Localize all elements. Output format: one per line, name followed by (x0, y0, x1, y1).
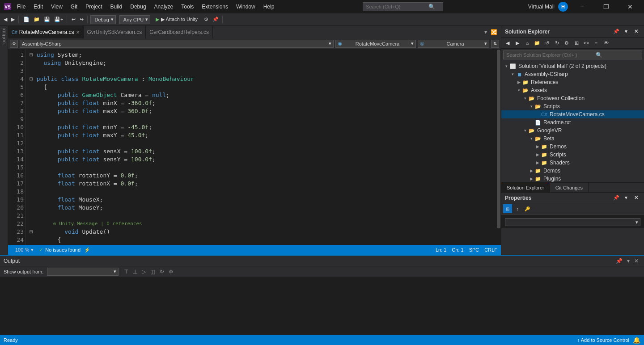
props-sort-btn[interactable]: ↕ (513, 204, 522, 213)
props-dropdown-button[interactable]: ▾ (622, 194, 631, 202)
output-toolbar-btn5[interactable]: ↻ (158, 269, 166, 275)
zoom-dropdown[interactable]: 100 % ▾ (12, 246, 35, 254)
menu-debug[interactable]: Debug (127, 2, 149, 12)
close-button[interactable]: ✕ (620, 0, 640, 13)
output-source-dropdown[interactable]: ▾ (47, 268, 119, 276)
tab-close-icon[interactable]: ✕ (76, 30, 80, 35)
output-pin-btn[interactable]: 📌 (614, 258, 624, 264)
props-pin-button[interactable]: 📌 (612, 194, 621, 202)
se-refresh-btn[interactable]: ↺ (542, 38, 551, 47)
tab-gvr-cardboard[interactable]: GvrCardboardHelpers.cs (146, 26, 213, 38)
output-toolbar-btn6[interactable]: ⚙ (167, 269, 175, 275)
tab-list-button[interactable]: ▾ (483, 29, 489, 35)
se-search-box[interactable]: 🔍 (503, 50, 642, 59)
menu-help[interactable]: Help (260, 2, 278, 12)
code-line-15 (30, 164, 493, 172)
menu-view[interactable]: View (47, 2, 66, 12)
props-grid-btn[interactable]: ⊞ (503, 204, 512, 213)
se-preview-btn[interactable]: 👁 (602, 38, 610, 47)
properties-selector-dropdown[interactable]: ▾ (505, 218, 640, 226)
pin-btn[interactable]: 📌 (211, 16, 220, 23)
redo-button[interactable]: ↪ (78, 16, 85, 23)
se-filter-btn[interactable]: ⚙ (562, 38, 571, 47)
props-key-btn[interactable]: 🔑 (523, 204, 532, 213)
se-search-input[interactable] (506, 52, 596, 58)
output-toolbar-btn2[interactable]: ⊥ (131, 269, 139, 275)
tree-item-beta[interactable]: ▾ 📂 Beta (501, 135, 644, 143)
tree-item-googlevr[interactable]: ▾ 📂 GoogleVR (501, 126, 644, 135)
add-source-control-label[interactable]: ↑ Add to Source Control (577, 337, 629, 343)
class-dropdown[interactable]: ◉ RotateMoveCamera ▾ (335, 40, 416, 48)
tab-pin-button[interactable]: 🔀 (489, 29, 499, 35)
output-toolbar-btn3[interactable]: ▷ (140, 269, 148, 275)
tab-gvr-unity-sdk[interactable]: GvrUnitySdkVersion.cs (84, 26, 146, 38)
member-dropdown[interactable]: ◎ Camera ▾ (418, 40, 489, 48)
undo-button[interactable]: ↩ (70, 16, 77, 23)
title-bar-search-box[interactable]: 🔍 (363, 2, 443, 11)
tree-item-beta-shaders[interactable]: ▶ 📁 Shaders (501, 159, 644, 167)
tree-item-beta-scripts[interactable]: ▶ 📁 Scripts (501, 151, 644, 159)
tree-item-references[interactable]: ▶ 📁 References (501, 78, 644, 86)
output-toolbar-btn1[interactable]: ⊤ (122, 269, 130, 275)
se-back-btn[interactable]: ◀ (503, 38, 512, 47)
debug-mode-dropdown[interactable]: Debug ▾ (90, 15, 115, 24)
tab-solution-explorer[interactable]: Solution Explorer (501, 183, 550, 193)
menu-analyze[interactable]: Analyze (151, 2, 177, 12)
se-sync-btn[interactable]: ↻ (552, 38, 561, 47)
save-all-button[interactable]: 💾+ (52, 16, 65, 23)
code-content[interactable]: ⊟ using System; using UnityEngine; ⊟ pub… (26, 49, 496, 245)
save-button[interactable]: 💾 (42, 16, 52, 23)
tree-item-plugins[interactable]: ▶ 📁 Plugins (501, 175, 644, 182)
menu-file[interactable]: File (13, 2, 29, 12)
open-file-button[interactable]: 📁 (32, 16, 42, 23)
search-input[interactable] (366, 4, 428, 9)
restore-button[interactable]: ❐ (596, 0, 616, 13)
notification-icon[interactable]: 🔔 (633, 337, 640, 344)
menu-extensions[interactable]: Extensions (198, 2, 232, 12)
se-dropdown-button[interactable]: ▾ (622, 27, 631, 36)
platform-dropdown[interactable]: Any CPU ▾ (119, 15, 150, 24)
menu-window[interactable]: Window (233, 2, 259, 12)
tree-item-rotate-move-camera[interactable]: C# RotateMoveCamera.cs (501, 110, 644, 118)
output-dropdown-btn[interactable]: ▾ (625, 258, 631, 264)
tree-item-footwear-collection[interactable]: ▾ 📂 Footwear Collection (501, 94, 644, 102)
se-pin-button[interactable]: 📌 (612, 27, 621, 36)
se-show-files-btn[interactable]: 📁 (533, 38, 542, 47)
tab-git-changes[interactable]: Git Changes (550, 183, 589, 193)
folder-icon: 📂 (534, 135, 542, 142)
tree-item-assets[interactable]: ▾ 📂 Assets (501, 86, 644, 94)
se-view-btn[interactable]: ⊞ (572, 38, 581, 47)
props-close-button[interactable]: ✕ (631, 194, 640, 202)
menu-edit[interactable]: Edit (30, 2, 47, 12)
se-home-btn[interactable]: ⌂ (523, 38, 532, 47)
sync-button[interactable]: ⇅ (491, 40, 499, 48)
se-code-btn[interactable]: <> (582, 38, 591, 47)
menu-tools[interactable]: Tools (178, 2, 197, 12)
se-forward-btn[interactable]: ▶ (513, 38, 522, 47)
new-file-button[interactable]: 📄 (21, 16, 31, 23)
back-button[interactable]: ◀ (2, 16, 9, 23)
tree-item-readme[interactable]: 📄 Readme.txt (501, 118, 644, 126)
tree-item-assembly-csharp[interactable]: ▾ ◼ Assembly-CSharp (501, 70, 644, 78)
se-props-btn[interactable]: ≡ (592, 38, 601, 47)
menu-build[interactable]: Build (107, 2, 126, 12)
assembly-value: Assembly-CSharp (22, 41, 62, 46)
se-close-button[interactable]: ✕ (631, 27, 640, 36)
editor-scrollbar[interactable] (496, 49, 501, 245)
output-close-btn[interactable]: ✕ (632, 258, 640, 264)
code-editor[interactable]: 1 2 3 4 5 6 7 8 9 10 11 12 13 14 15 16 1 (8, 49, 501, 245)
minimize-button[interactable]: − (572, 0, 592, 13)
tree-item-footwear-scripts[interactable]: ▾ 📂 Scripts (501, 102, 644, 110)
output-toolbar-btn4[interactable]: ◫ (148, 269, 157, 275)
tree-item-beta-demos[interactable]: ▶ 📁 Demos (501, 143, 644, 151)
tab-rotate-move-camera[interactable]: C# RotateMoveCamera.cs ✕ (8, 26, 84, 38)
forward-button[interactable]: ▶ (9, 16, 17, 23)
attach-btn[interactable]: ⚙ (202, 16, 210, 23)
tree-item-solution[interactable]: ▾ ⬜ Solution 'Virtual Mall' (2 of 2 proj… (501, 62, 644, 70)
scroll-thumb[interactable] (497, 50, 500, 228)
run-button[interactable]: ▶ ▶ Attach to Unity (154, 17, 199, 22)
assembly-dropdown[interactable]: Assembly-CSharp ▾ (20, 40, 334, 48)
tree-item-demos[interactable]: ▶ 📁 Demos (501, 167, 644, 175)
menu-git[interactable]: Git (67, 2, 81, 12)
menu-project[interactable]: Project (82, 2, 106, 12)
